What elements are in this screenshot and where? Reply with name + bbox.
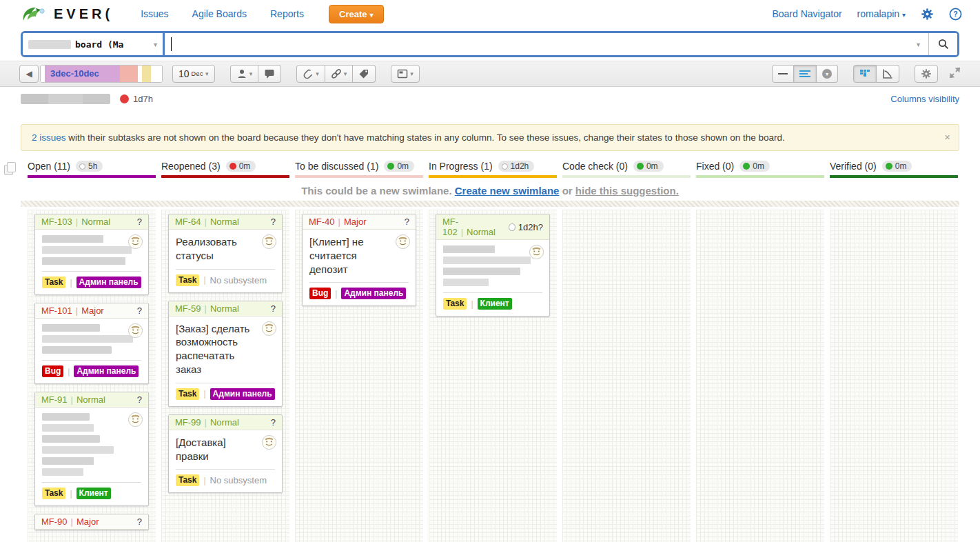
card-mf-59[interactable]: MF-59|Normal?[Заказ] сделать возможность… [168, 301, 283, 407]
card-assignee-placeholder[interactable]: ? [405, 217, 409, 227]
search-button[interactable] [928, 33, 957, 55]
column-name[interactable]: To be discussed (1) [295, 161, 378, 172]
user-menu[interactable]: romalapin ▾ [857, 8, 906, 19]
column-name[interactable]: Reopened (3) [161, 161, 221, 172]
card-title[interactable]: [Доставка] правки [176, 436, 275, 463]
column-name[interactable]: In Progress (1) [429, 161, 493, 172]
card-title[interactable]: [Клиент] не считается депозит [309, 235, 409, 276]
card-assignee-placeholder[interactable]: ? [137, 394, 142, 405]
card-assignee-placeholder[interactable]: ? [137, 305, 142, 316]
card-id[interactable]: MF-64 [175, 217, 201, 227]
tag-bug[interactable]: Bug [309, 288, 331, 299]
create-button[interactable]: Create▾ [329, 5, 384, 23]
date-picker-button[interactable]: 10Dec▾ [172, 65, 215, 83]
assignee-avatar-icon[interactable] [261, 434, 277, 450]
card-assignee-placeholder[interactable]: ? [137, 217, 142, 227]
tag-subsystem-admin[interactable]: Админ панель [210, 388, 275, 400]
previous-sprint-button[interactable]: ◀ [19, 65, 39, 83]
card-id-priority[interactable]: MF-91|Normal [41, 394, 105, 405]
search-input[interactable] [165, 33, 908, 55]
card-fields-button[interactable]: ▾ [391, 65, 420, 83]
card-mf-40[interactable]: MF-40|Major?[Клиент] не считается депози… [302, 214, 416, 306]
search-history-dropdown[interactable]: ▾ [908, 33, 928, 55]
columns-visibility-link[interactable]: Columns visibility [890, 94, 959, 104]
assignee-avatar-icon[interactable] [261, 234, 277, 250]
card-id-priority[interactable]: MF-101|Major [41, 305, 104, 316]
card-id[interactable]: MF-91 [41, 394, 68, 405]
tag-subsystem-admin[interactable]: Админ панель [74, 365, 139, 377]
nav-item-agile-boards[interactable]: Agile Boards [192, 8, 247, 19]
card-mf-99[interactable]: MF-99|Normal?[Доставка] правкиTask|No su… [168, 414, 283, 494]
card-id[interactable]: MF-103 [41, 217, 72, 227]
tag-subsystem-admin[interactable]: Админ панель [341, 288, 406, 299]
card-id[interactable]: MF-102 [442, 217, 458, 237]
card-assignee-placeholder[interactable]: ? [271, 303, 276, 314]
card-mf-90[interactable]: MF-90|Major? [34, 514, 149, 530]
tag-task[interactable]: Task [176, 388, 199, 400]
column-name[interactable]: Fixed (0) [696, 161, 734, 172]
fullscreen-expand-icon[interactable] [949, 67, 961, 81]
tag-subsystem-client[interactable]: Клиент [478, 298, 512, 310]
card-id-priority[interactable]: MF-90|Major [41, 516, 99, 527]
tag-task[interactable]: Task [176, 274, 199, 286]
card-id[interactable]: MF-90 [41, 516, 68, 527]
card-id[interactable]: MF-59 [175, 303, 201, 314]
saved-search-dropdown[interactable]: board (Ma ▾ [23, 33, 165, 55]
tag-bug[interactable]: Bug [42, 365, 63, 377]
sprint-title-redacted[interactable] [21, 94, 110, 104]
column-name[interactable]: Open (11) [28, 161, 70, 172]
assignee-avatar-icon[interactable] [127, 234, 143, 250]
board-settings-button[interactable] [915, 65, 938, 83]
assignee-avatar-icon[interactable] [127, 412, 143, 428]
nav-item-issues[interactable]: Issues [141, 8, 168, 19]
tag-subsystem-admin[interactable]: Админ панель [76, 277, 141, 288]
card-id[interactable]: MF-99 [175, 417, 201, 428]
board-navigator-link[interactable]: Board Navigator [772, 8, 841, 19]
card-assignee-placeholder[interactable]: ? [538, 222, 543, 232]
assignee-avatar-icon[interactable] [529, 244, 544, 260]
collapse-swimlanes-icon[interactable] [4, 162, 17, 176]
assignee-avatar-icon[interactable] [127, 323, 143, 339]
nav-item-reports[interactable]: Reports [270, 8, 304, 19]
settings-gear-icon[interactable] [921, 8, 934, 21]
tags-button[interactable] [353, 65, 376, 83]
card-mf-101[interactable]: MF-101|Major?Bug|Админ панель [34, 303, 149, 384]
comments-button[interactable] [258, 65, 281, 83]
column-name[interactable]: Code check (0) [562, 161, 628, 172]
card-id-priority[interactable]: MF-64|Normal [175, 217, 239, 227]
tag-task[interactable]: Task [443, 298, 467, 310]
card-mf-91[interactable]: MF-91|Normal?Task|Клиент [34, 392, 149, 506]
card-id-priority[interactable]: MF-59|Normal [175, 303, 239, 314]
tag-task[interactable]: Task [42, 277, 65, 288]
card-id-priority[interactable]: MF-99|Normal [175, 417, 239, 428]
card-mf-103[interactable]: MF-103|Normal?Task|Админ панель [34, 214, 149, 295]
card-id-priority[interactable]: MF-103|Normal [41, 217, 110, 227]
links-button[interactable]: ▾ [325, 65, 354, 83]
card-size-detailed-button[interactable] [794, 65, 817, 83]
hidden-issues-link[interactable]: 2 issues [32, 132, 66, 143]
assignee-avatar-icon[interactable] [261, 321, 277, 337]
card-title[interactable]: Реализовать статусы [176, 235, 275, 263]
hide-suggestion-link[interactable]: hide this suggestion. [575, 185, 679, 197]
board-view-button[interactable] [853, 65, 877, 83]
card-title[interactable]: [Заказ] сделать возможность распечатать … [176, 322, 275, 377]
assignee-avatar-icon[interactable] [395, 234, 411, 250]
assignee-filter-button[interactable]: ▾ [230, 65, 259, 83]
burndown-chart-button[interactable] [877, 65, 899, 83]
create-swimlane-link[interactable]: Create new swimlane [455, 185, 560, 197]
tag-task[interactable]: Task [176, 474, 199, 486]
card-mf-64[interactable]: MF-64|Normal?Реализовать статусыTask|No … [168, 214, 283, 293]
tag-subsystem-client[interactable]: Клиент [76, 488, 111, 499]
help-icon[interactable]: ? [949, 8, 962, 21]
card-mf-102[interactable]: MF-102|Normal1d2h?Task|Клиент [436, 214, 550, 317]
card-assignee-placeholder[interactable]: ? [137, 516, 142, 527]
app-logo[interactable]: EVER( [21, 4, 113, 23]
sprint-range-selector[interactable]: 3dec-10dec [40, 65, 163, 83]
attachments-button[interactable]: ▾ [296, 65, 325, 83]
card-id[interactable]: MF-40 [309, 217, 335, 227]
card-id[interactable]: MF-101 [41, 305, 72, 316]
collapse-columns-button[interactable]: ▾ [817, 65, 838, 83]
column-name[interactable]: Verified (0) [830, 161, 877, 172]
card-id-priority[interactable]: MF-40|Major [309, 217, 366, 227]
card-assignee-placeholder[interactable]: ? [271, 217, 276, 227]
